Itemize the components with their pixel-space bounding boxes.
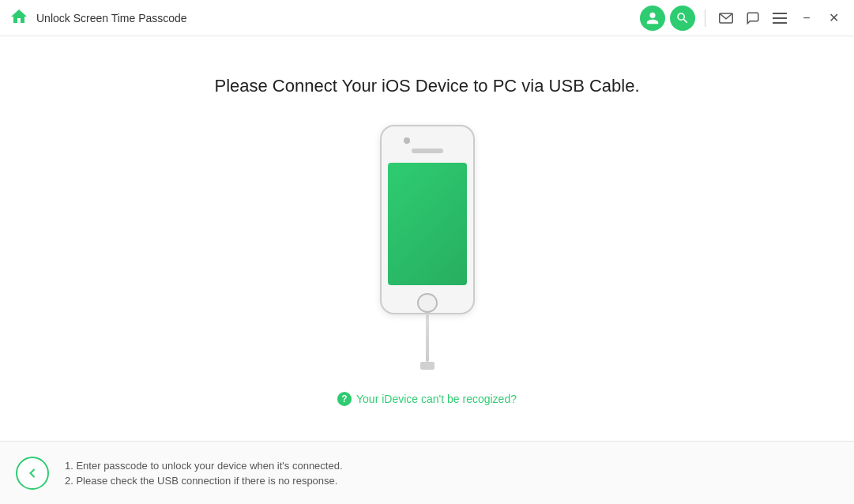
mail-button[interactable] bbox=[715, 7, 737, 29]
minimize-button[interactable]: − bbox=[796, 7, 818, 29]
instruction-1: 1. Enter passcode to unlock your device … bbox=[65, 460, 343, 472]
instructions-list: 1. Enter passcode to unlock your device … bbox=[65, 460, 343, 487]
page-heading: Please Connect Your iOS Device to PC via… bbox=[214, 76, 639, 96]
usb-cable bbox=[420, 314, 435, 370]
phone-screen bbox=[388, 163, 467, 285]
phone-speaker bbox=[412, 149, 443, 153]
search-icon-btn[interactable] bbox=[670, 6, 695, 31]
app-title: Unlock Screen Time Passcode bbox=[36, 12, 187, 24]
phone-body bbox=[380, 125, 475, 314]
question-icon: ? bbox=[337, 392, 352, 406]
title-bar-divider bbox=[705, 9, 705, 27]
title-bar: Unlock Screen Time Passcode bbox=[0, 0, 854, 36]
instruction-2: 2. Please check the USB connection if th… bbox=[65, 475, 343, 487]
bottom-bar: 1. Enter passcode to unlock your device … bbox=[0, 441, 854, 504]
phone-illustration bbox=[380, 125, 475, 370]
home-icon bbox=[9, 7, 28, 29]
cable-connector bbox=[420, 362, 435, 370]
title-bar-controls: − ✕ bbox=[640, 6, 845, 31]
phone-home-button bbox=[417, 293, 438, 313]
title-bar-left: Unlock Screen Time Passcode bbox=[9, 7, 640, 29]
user-avatar-icon[interactable] bbox=[640, 6, 665, 31]
back-button[interactable] bbox=[16, 457, 49, 490]
chat-button[interactable] bbox=[742, 7, 764, 29]
close-button[interactable]: ✕ bbox=[822, 7, 845, 29]
device-not-recognized-link[interactable]: ? Your iDevice can't be recogized? bbox=[337, 392, 517, 406]
phone-camera bbox=[404, 137, 410, 144]
cable-line bbox=[426, 314, 429, 362]
main-content: Please Connect Your iOS Device to PC via… bbox=[0, 36, 854, 441]
device-link-text: Your iDevice can't be recogized? bbox=[356, 393, 517, 405]
menu-button[interactable] bbox=[769, 7, 791, 29]
